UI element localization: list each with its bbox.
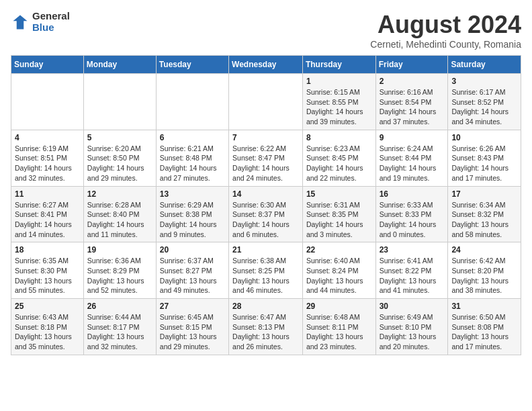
day-cell: 7Sunrise: 6:22 AMSunset: 8:47 PMDaylight… bbox=[229, 130, 303, 186]
day-cell: 11Sunrise: 6:27 AMSunset: 8:41 PMDayligh… bbox=[11, 186, 84, 242]
logo-text: General Blue bbox=[32, 11, 70, 33]
day-cell: 8Sunrise: 6:23 AMSunset: 8:45 PMDaylight… bbox=[302, 130, 375, 186]
day-info: Sunrise: 6:21 AMSunset: 8:48 PMDaylight:… bbox=[160, 144, 225, 183]
calendar-body: 1Sunrise: 6:15 AMSunset: 8:55 PMDaylight… bbox=[11, 74, 521, 355]
header-wednesday: Wednesday bbox=[229, 56, 303, 74]
day-cell bbox=[156, 74, 228, 130]
day-number: 29 bbox=[306, 302, 372, 311]
day-number: 6 bbox=[160, 133, 225, 142]
day-info: Sunrise: 6:24 AMSunset: 8:44 PMDaylight:… bbox=[380, 144, 445, 183]
day-cell: 2Sunrise: 6:16 AMSunset: 8:54 PMDaylight… bbox=[375, 74, 448, 130]
day-info: Sunrise: 6:29 AMSunset: 8:38 PMDaylight:… bbox=[160, 200, 225, 240]
day-info: Sunrise: 6:15 AMSunset: 8:55 PMDaylight:… bbox=[306, 87, 372, 127]
day-info: Sunrise: 6:23 AMSunset: 8:45 PMDaylight:… bbox=[306, 144, 372, 183]
header-sunday: Sunday bbox=[11, 56, 84, 74]
day-number: 15 bbox=[306, 189, 372, 199]
week-row-2: 4Sunrise: 6:19 AMSunset: 8:51 PMDaylight… bbox=[11, 130, 521, 186]
header-thursday: Thursday bbox=[302, 56, 375, 74]
day-number: 11 bbox=[15, 189, 80, 199]
day-info: Sunrise: 6:43 AMSunset: 8:18 PMDaylight:… bbox=[15, 312, 80, 352]
page-header: General Blue August 2024 Cerneti, Mehedi… bbox=[11, 11, 521, 50]
logo: General Blue bbox=[11, 11, 70, 33]
day-number: 7 bbox=[232, 133, 299, 142]
day-info: Sunrise: 6:33 AMSunset: 8:33 PMDaylight:… bbox=[380, 200, 445, 240]
day-info: Sunrise: 6:48 AMSunset: 8:11 PMDaylight:… bbox=[306, 312, 372, 352]
day-number: 22 bbox=[306, 245, 372, 255]
day-number: 24 bbox=[451, 245, 517, 255]
day-number: 30 bbox=[380, 302, 445, 311]
location-subtitle: Cerneti, Mehedinti County, Romania bbox=[370, 39, 521, 50]
day-cell: 12Sunrise: 6:28 AMSunset: 8:40 PMDayligh… bbox=[83, 186, 156, 242]
day-number: 9 bbox=[380, 133, 445, 142]
day-cell: 16Sunrise: 6:33 AMSunset: 8:33 PMDayligh… bbox=[375, 186, 448, 242]
day-number: 23 bbox=[380, 245, 445, 255]
day-cell: 9Sunrise: 6:24 AMSunset: 8:44 PMDaylight… bbox=[375, 130, 448, 186]
day-number: 19 bbox=[87, 245, 152, 255]
day-number: 27 bbox=[160, 302, 225, 311]
day-number: 2 bbox=[380, 77, 445, 86]
day-number: 25 bbox=[15, 302, 80, 311]
logo-blue-text: Blue bbox=[32, 22, 70, 34]
header-row: SundayMondayTuesdayWednesdayThursdayFrid… bbox=[11, 56, 521, 74]
day-number: 13 bbox=[160, 189, 225, 199]
day-cell: 23Sunrise: 6:41 AMSunset: 8:22 PMDayligh… bbox=[375, 242, 448, 299]
logo-general-text: General bbox=[32, 11, 70, 22]
week-row-4: 18Sunrise: 6:35 AMSunset: 8:30 PMDayligh… bbox=[11, 242, 521, 299]
day-info: Sunrise: 6:37 AMSunset: 8:27 PMDaylight:… bbox=[160, 256, 225, 295]
day-cell bbox=[11, 74, 84, 130]
day-cell: 17Sunrise: 6:34 AMSunset: 8:32 PMDayligh… bbox=[448, 186, 521, 242]
day-number: 10 bbox=[451, 133, 517, 142]
day-cell: 1Sunrise: 6:15 AMSunset: 8:55 PMDaylight… bbox=[302, 74, 375, 130]
day-info: Sunrise: 6:44 AMSunset: 8:17 PMDaylight:… bbox=[87, 312, 152, 352]
day-number: 5 bbox=[87, 133, 152, 142]
day-number: 14 bbox=[232, 189, 299, 199]
calendar-table: SundayMondayTuesdayWednesdayThursdayFrid… bbox=[11, 55, 521, 355]
day-info: Sunrise: 6:36 AMSunset: 8:29 PMDaylight:… bbox=[87, 256, 152, 295]
day-number: 21 bbox=[232, 245, 299, 255]
day-cell: 22Sunrise: 6:40 AMSunset: 8:24 PMDayligh… bbox=[302, 242, 375, 299]
header-friday: Friday bbox=[375, 56, 448, 74]
day-cell: 21Sunrise: 6:38 AMSunset: 8:25 PMDayligh… bbox=[229, 242, 303, 299]
day-info: Sunrise: 6:28 AMSunset: 8:40 PMDaylight:… bbox=[87, 200, 152, 240]
day-info: Sunrise: 6:27 AMSunset: 8:41 PMDaylight:… bbox=[15, 200, 80, 240]
day-cell: 3Sunrise: 6:17 AMSunset: 8:52 PMDaylight… bbox=[448, 74, 521, 130]
day-number: 18 bbox=[15, 245, 80, 255]
day-info: Sunrise: 6:49 AMSunset: 8:10 PMDaylight:… bbox=[380, 312, 445, 352]
day-number: 8 bbox=[306, 133, 372, 142]
day-cell: 29Sunrise: 6:48 AMSunset: 8:11 PMDayligh… bbox=[302, 299, 375, 355]
title-area: August 2024 Cerneti, Mehedinti County, R… bbox=[370, 11, 521, 50]
day-cell: 30Sunrise: 6:49 AMSunset: 8:10 PMDayligh… bbox=[375, 299, 448, 355]
day-number: 1 bbox=[306, 77, 372, 86]
week-row-1: 1Sunrise: 6:15 AMSunset: 8:55 PMDaylight… bbox=[11, 74, 521, 130]
day-number: 3 bbox=[451, 77, 517, 86]
day-info: Sunrise: 6:30 AMSunset: 8:37 PMDaylight:… bbox=[232, 200, 299, 240]
day-cell bbox=[229, 74, 303, 130]
day-cell: 28Sunrise: 6:47 AMSunset: 8:13 PMDayligh… bbox=[229, 299, 303, 355]
day-cell: 4Sunrise: 6:19 AMSunset: 8:51 PMDaylight… bbox=[11, 130, 84, 186]
day-info: Sunrise: 6:50 AMSunset: 8:08 PMDaylight:… bbox=[451, 312, 517, 352]
svg-marker-0 bbox=[13, 15, 28, 29]
day-info: Sunrise: 6:31 AMSunset: 8:35 PMDaylight:… bbox=[306, 200, 372, 240]
day-info: Sunrise: 6:35 AMSunset: 8:30 PMDaylight:… bbox=[15, 256, 80, 295]
day-cell: 15Sunrise: 6:31 AMSunset: 8:35 PMDayligh… bbox=[302, 186, 375, 242]
header-tuesday: Tuesday bbox=[156, 56, 228, 74]
day-info: Sunrise: 6:16 AMSunset: 8:54 PMDaylight:… bbox=[380, 87, 445, 127]
day-cell: 13Sunrise: 6:29 AMSunset: 8:38 PMDayligh… bbox=[156, 186, 228, 242]
day-cell: 10Sunrise: 6:26 AMSunset: 8:43 PMDayligh… bbox=[448, 130, 521, 186]
day-cell: 24Sunrise: 6:42 AMSunset: 8:20 PMDayligh… bbox=[448, 242, 521, 299]
calendar-header: SundayMondayTuesdayWednesdayThursdayFrid… bbox=[11, 56, 521, 74]
day-info: Sunrise: 6:22 AMSunset: 8:47 PMDaylight:… bbox=[232, 144, 299, 183]
day-cell: 27Sunrise: 6:45 AMSunset: 8:15 PMDayligh… bbox=[156, 299, 228, 355]
day-number: 16 bbox=[380, 189, 445, 199]
day-cell: 6Sunrise: 6:21 AMSunset: 8:48 PMDaylight… bbox=[156, 130, 228, 186]
day-info: Sunrise: 6:20 AMSunset: 8:50 PMDaylight:… bbox=[87, 144, 152, 183]
day-info: Sunrise: 6:34 AMSunset: 8:32 PMDaylight:… bbox=[451, 200, 517, 240]
day-number: 12 bbox=[87, 189, 152, 199]
day-info: Sunrise: 6:26 AMSunset: 8:43 PMDaylight:… bbox=[451, 144, 517, 183]
day-cell: 20Sunrise: 6:37 AMSunset: 8:27 PMDayligh… bbox=[156, 242, 228, 299]
day-number: 17 bbox=[451, 189, 517, 199]
day-cell: 18Sunrise: 6:35 AMSunset: 8:30 PMDayligh… bbox=[11, 242, 84, 299]
day-info: Sunrise: 6:41 AMSunset: 8:22 PMDaylight:… bbox=[380, 256, 445, 295]
day-number: 4 bbox=[15, 133, 80, 142]
day-cell: 31Sunrise: 6:50 AMSunset: 8:08 PMDayligh… bbox=[448, 299, 521, 355]
